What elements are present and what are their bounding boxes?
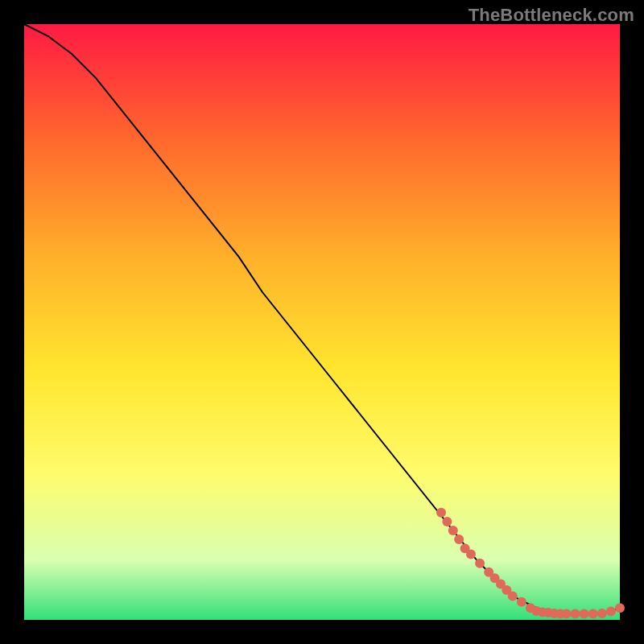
watermark-label: TheBottleneck.com [469, 5, 634, 26]
data-marker [615, 603, 625, 613]
chart-stage: TheBottleneck.com [0, 0, 644, 644]
data-marker [448, 526, 458, 535]
plot-area [24, 24, 620, 620]
data-marker [475, 559, 485, 568]
data-marker [606, 607, 616, 617]
data-marker [597, 609, 607, 618]
data-marker [466, 550, 476, 559]
data-marker [571, 609, 580, 619]
data-marker [454, 535, 464, 544]
data-marker [517, 597, 526, 607]
data-marker [508, 591, 518, 601]
data-marker [588, 609, 598, 619]
curve-line [24, 24, 620, 614]
data-marker [442, 517, 452, 526]
data-marker [561, 609, 571, 619]
data-marker [580, 609, 589, 619]
chart-svg [24, 24, 620, 620]
data-marker [436, 508, 446, 518]
